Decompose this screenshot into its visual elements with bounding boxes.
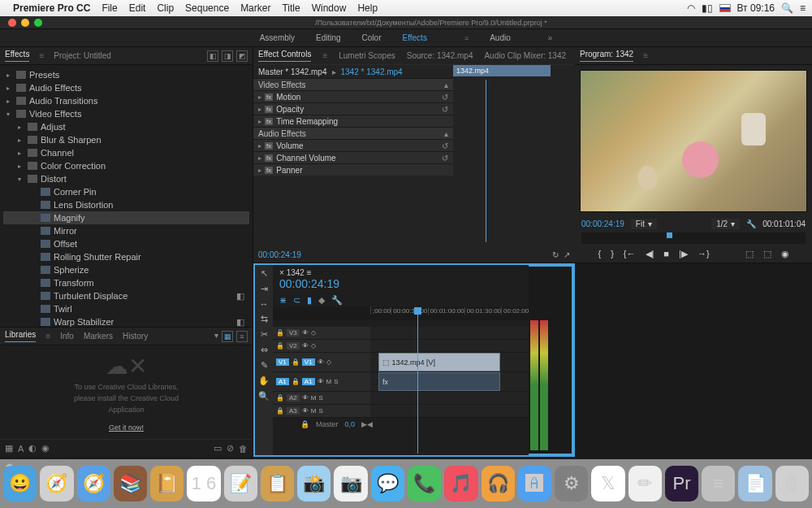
step-back-icon[interactable]: ◀| [646,249,654,259]
input-flag[interactable] [719,4,731,12]
tree-item-rolling-shutter-repair[interactable]: Rolling Shutter Repair [3,250,249,263]
video-clip[interactable]: ⬚ 1342.mp4 [V] [378,353,500,371]
dock-app[interactable]: 🧭 [40,466,73,501]
tool-icon[interactable]: ◐ [28,443,37,454]
battery-icon[interactable]: ▮▯ [702,2,713,14]
tool-icon[interactable]: ▦ [5,443,13,454]
goto-in-icon[interactable]: {← [624,249,636,259]
program-viewport[interactable] [580,70,807,212]
marker-icon2[interactable]: ◆ [318,295,325,306]
tree-item-audio-effects[interactable]: ▸Audio Effects [3,81,249,94]
tree-item-color-correction[interactable]: ▸Color Correction [3,159,249,172]
dock-app[interactable]: 📄 [738,466,771,501]
ec-timeline[interactable]: 00:0000:00 1342.mp4 [453,65,575,246]
tool-icon[interactable]: ⊘ [227,443,234,454]
traffic-lights[interactable] [8,19,42,27]
menu-window[interactable]: Window [312,2,347,14]
ec-fx-motion[interactable]: ▸fxMotion↺ [253,90,453,102]
accel-icon[interactable]: ◨ [222,50,233,62]
dock-app[interactable]: ≡ [702,466,735,501]
menu-marker[interactable]: Marker [240,2,270,14]
sequence-timecode[interactable]: 00:00:24:19 [279,277,522,290]
lift-icon[interactable]: ⬚ [745,249,754,259]
wrench-icon[interactable]: 🔧 [331,295,343,306]
tab-audio-mixer[interactable]: Audio Clip Mixer: 1342 [484,51,566,60]
menu-file[interactable]: File [102,2,117,14]
lib-grid-icon[interactable]: ▦ [222,331,233,342]
dock-app[interactable]: 📔 [150,466,184,501]
pen-tool[interactable]: ✎ [261,360,268,371]
dock-app[interactable]: 💬 [371,466,404,501]
trash-icon[interactable]: 🗑 [239,444,248,454]
menu-clip[interactable]: Clip [157,2,174,14]
dock-app[interactable]: 🅰 [518,466,551,501]
ec-playhead[interactable] [486,80,486,242]
dock-app[interactable]: 🎵 [444,466,477,501]
goto-out-icon[interactable]: →} [698,249,710,259]
mark-in-icon[interactable]: { [598,249,601,259]
play-icon[interactable]: ■ [663,249,669,259]
tree-item-turbulent-displace[interactable]: Turbulent Displace◧ [3,289,249,302]
dock-app[interactable]: 📋 [261,466,294,501]
ec-clip-bar[interactable]: 1342.mp4 [453,65,551,76]
tab-effect-controls[interactable]: Effect Controls [258,50,311,62]
ec-loop-icon[interactable]: ↻ [552,250,559,259]
audio-clip[interactable]: fx [378,372,500,391]
tree-item-video-effects[interactable]: ▾Video Effects [3,107,249,120]
dock-app[interactable]: 📞 [408,466,441,501]
dock-app[interactable]: 1 6 [187,466,220,501]
tab-markers[interactable]: Markers [84,332,113,341]
dock-app[interactable]: 📷 [334,466,367,501]
program-scrubber[interactable] [581,232,806,244]
zoom-tool[interactable]: 🔍 [258,391,270,402]
rate-tool[interactable]: ⇆ [261,314,268,324]
menu-help[interactable]: Help [357,2,378,14]
tab-effects[interactable]: Effects [5,50,29,62]
menu-sequence[interactable]: Sequence [185,2,229,14]
tree-item-audio-transitions[interactable]: ▸Audio Transitions [3,94,249,107]
export-frame-icon[interactable]: ◉ [781,249,789,259]
tab-project[interactable]: Project: Untitled [54,51,111,60]
tab-libraries[interactable]: Libraries [5,330,36,342]
hand-tool[interactable]: ✋ [258,376,270,386]
menu-title[interactable]: Title [282,2,300,14]
dock-app[interactable]: ✏ [628,466,662,501]
dock-app[interactable]: 📝 [224,466,257,501]
tool-icon[interactable]: ▭ [214,443,222,454]
clock[interactable]: Вт 09:16 [737,2,775,14]
tree-item-mirror[interactable]: Mirror [3,224,249,237]
tree-item-transform[interactable]: Transform [3,276,249,289]
app-menu[interactable]: Premiere Pro CC [13,2,90,14]
get-it-now-link[interactable]: Get it now! [109,423,144,432]
dock-app[interactable]: 𝕏 [591,466,624,501]
tree-item-presets[interactable]: ▸Presets [3,68,249,81]
tree-item-lens-distortion[interactable]: Lens Distortion [3,198,249,211]
tool-icon[interactable]: ◉ [41,443,50,454]
dock-app[interactable]: 🧭 [77,466,110,501]
tree-item-offset[interactable]: Offset [3,237,249,250]
dock-app[interactable]: 📸 [297,466,330,501]
workspace-effects[interactable]: Effects [403,33,427,42]
tab-history[interactable]: History [123,332,148,341]
extract-icon[interactable]: ⬚ [763,249,771,259]
tree-item-spherize[interactable]: Spherize [3,263,249,276]
scale-dropdown[interactable]: 1/2▾ [711,219,740,229]
tree-item-distort[interactable]: ▾Distort [3,172,249,185]
workspace-editing[interactable]: Editing [316,33,341,42]
menu-edit[interactable]: Edit [129,2,146,14]
tree-item-adjust[interactable]: ▸Adjust [3,120,249,133]
tool-icon[interactable]: A [18,444,24,454]
tree-item-magnify[interactable]: Magnify [3,211,249,224]
ec-fx-panner[interactable]: ▸fxPanner [253,163,453,176]
tab-lumetri-scopes[interactable]: Lumetri Scopes [339,51,395,60]
track-a1-lane[interactable]: fx [370,372,529,391]
yuv-icon[interactable]: ◩ [236,50,248,62]
timeline-playhead[interactable] [417,307,418,454]
step-fwd-icon[interactable]: |▶ [679,249,688,259]
workspace-overflow[interactable]: » [548,33,553,42]
fit-dropdown[interactable]: Fit▾ [631,219,657,229]
slip-tool[interactable]: ⇔ [261,345,268,355]
ec-audio-effects-header[interactable]: Audio Effects▴ [253,127,453,139]
razor-tool[interactable]: ✂ [261,329,268,340]
spotlight-icon[interactable]: 🔍 [781,2,793,14]
